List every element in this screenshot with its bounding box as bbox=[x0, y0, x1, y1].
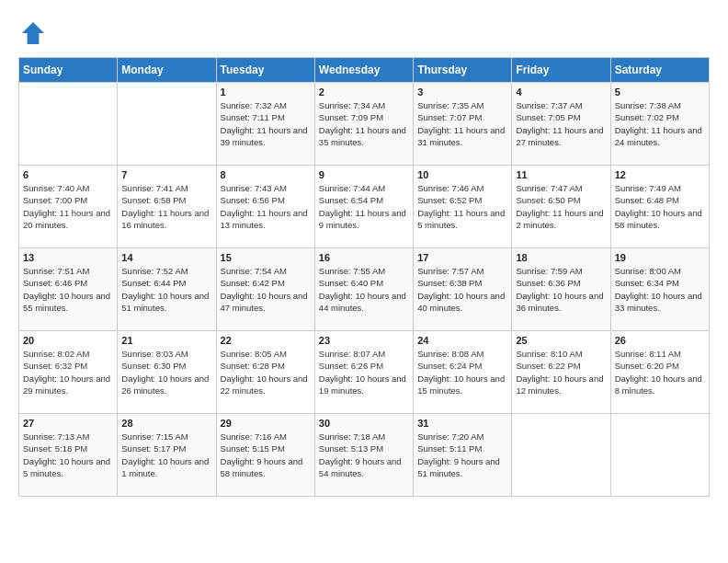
day-number: 6 bbox=[23, 169, 113, 180]
day-number: 25 bbox=[516, 335, 606, 346]
calendar-cell: 11Sunrise: 7:47 AMSunset: 6:50 PMDayligh… bbox=[512, 166, 610, 248]
day-number: 19 bbox=[615, 252, 705, 263]
calendar-cell: 18Sunrise: 7:59 AMSunset: 6:36 PMDayligh… bbox=[512, 248, 610, 331]
day-number: 26 bbox=[615, 335, 705, 346]
logo bbox=[18, 18, 51, 48]
week-row-1: 6Sunrise: 7:40 AMSunset: 7:00 PMDaylight… bbox=[19, 166, 710, 248]
day-info: Sunrise: 8:00 AMSunset: 6:34 PMDaylight:… bbox=[615, 265, 705, 314]
day-info: Sunrise: 7:32 AMSunset: 7:11 PMDaylight:… bbox=[221, 99, 311, 148]
header-cell-monday: Monday bbox=[118, 58, 216, 83]
calendar-cell: 9Sunrise: 7:44 AMSunset: 6:54 PMDaylight… bbox=[314, 166, 413, 248]
day-number: 24 bbox=[417, 335, 507, 346]
day-info: Sunrise: 8:11 AMSunset: 6:20 PMDaylight:… bbox=[615, 348, 705, 396]
day-number: 29 bbox=[221, 418, 311, 429]
day-number: 8 bbox=[221, 169, 311, 180]
calendar-cell: 31Sunrise: 7:20 AMSunset: 5:11 PMDayligh… bbox=[414, 414, 512, 497]
calendar-table: SundayMondayTuesdayWednesdayThursdayFrid… bbox=[18, 57, 710, 497]
calendar-cell: 26Sunrise: 8:11 AMSunset: 6:20 PMDayligh… bbox=[610, 331, 709, 414]
calendar-cell: 19Sunrise: 8:00 AMSunset: 6:34 PMDayligh… bbox=[610, 248, 709, 331]
week-row-4: 27Sunrise: 7:13 AMSunset: 5:18 PMDayligh… bbox=[19, 414, 710, 497]
day-number: 31 bbox=[417, 418, 507, 429]
week-row-2: 13Sunrise: 7:51 AMSunset: 6:46 PMDayligh… bbox=[19, 248, 710, 331]
calendar-cell: 22Sunrise: 8:05 AMSunset: 6:28 PMDayligh… bbox=[216, 331, 314, 414]
calendar-cell: 4Sunrise: 7:37 AMSunset: 7:05 PMDaylight… bbox=[512, 83, 610, 166]
day-number: 13 bbox=[23, 252, 113, 263]
day-number: 28 bbox=[121, 418, 211, 429]
calendar-cell: 12Sunrise: 7:49 AMSunset: 6:48 PMDayligh… bbox=[610, 166, 709, 248]
calendar-cell: 29Sunrise: 7:16 AMSunset: 5:15 PMDayligh… bbox=[216, 414, 314, 497]
day-info: Sunrise: 8:07 AMSunset: 6:26 PMDaylight:… bbox=[319, 348, 409, 396]
calendar-cell: 20Sunrise: 8:02 AMSunset: 6:32 PMDayligh… bbox=[19, 331, 118, 414]
day-number: 10 bbox=[417, 169, 507, 180]
calendar-cell: 6Sunrise: 7:40 AMSunset: 7:00 PMDaylight… bbox=[19, 166, 118, 248]
day-number: 14 bbox=[121, 252, 211, 263]
day-number: 17 bbox=[417, 252, 507, 263]
day-info: Sunrise: 8:05 AMSunset: 6:28 PMDaylight:… bbox=[221, 348, 311, 396]
calendar-cell: 10Sunrise: 7:46 AMSunset: 6:52 PMDayligh… bbox=[414, 166, 512, 248]
header-cell-wednesday: Wednesday bbox=[314, 58, 413, 83]
day-info: Sunrise: 7:54 AMSunset: 6:42 PMDaylight:… bbox=[221, 265, 311, 314]
day-number: 30 bbox=[319, 418, 409, 429]
day-number: 2 bbox=[319, 86, 409, 98]
calendar-body: 1Sunrise: 7:32 AMSunset: 7:11 PMDaylight… bbox=[19, 83, 710, 497]
day-info: Sunrise: 7:44 AMSunset: 6:54 PMDaylight:… bbox=[319, 182, 409, 231]
calendar-cell bbox=[19, 83, 118, 166]
day-number: 22 bbox=[221, 335, 311, 346]
day-number: 27 bbox=[23, 418, 113, 429]
day-number: 4 bbox=[516, 86, 606, 98]
calendar-cell: 17Sunrise: 7:57 AMSunset: 6:38 PMDayligh… bbox=[414, 248, 512, 331]
calendar-cell: 15Sunrise: 7:54 AMSunset: 6:42 PMDayligh… bbox=[216, 248, 314, 331]
header-cell-saturday: Saturday bbox=[610, 58, 709, 83]
calendar-cell: 2Sunrise: 7:34 AMSunset: 7:09 PMDaylight… bbox=[314, 83, 413, 166]
day-info: Sunrise: 8:10 AMSunset: 6:22 PMDaylight:… bbox=[516, 348, 606, 396]
day-info: Sunrise: 8:08 AMSunset: 6:24 PMDaylight:… bbox=[417, 348, 507, 396]
calendar-cell: 8Sunrise: 7:43 AMSunset: 6:56 PMDaylight… bbox=[216, 166, 314, 248]
day-info: Sunrise: 7:37 AMSunset: 7:05 PMDaylight:… bbox=[516, 99, 606, 148]
week-row-0: 1Sunrise: 7:32 AMSunset: 7:11 PMDaylight… bbox=[19, 83, 710, 166]
calendar-cell bbox=[512, 414, 610, 497]
calendar-cell: 23Sunrise: 8:07 AMSunset: 6:26 PMDayligh… bbox=[314, 331, 413, 414]
header-cell-tuesday: Tuesday bbox=[216, 58, 314, 83]
calendar-cell: 25Sunrise: 8:10 AMSunset: 6:22 PMDayligh… bbox=[512, 331, 610, 414]
day-info: Sunrise: 7:15 AMSunset: 5:17 PMDaylight:… bbox=[121, 431, 211, 479]
day-info: Sunrise: 7:20 AMSunset: 5:11 PMDaylight:… bbox=[417, 431, 507, 479]
day-info: Sunrise: 7:51 AMSunset: 6:46 PMDaylight:… bbox=[23, 265, 113, 314]
day-info: Sunrise: 7:40 AMSunset: 7:00 PMDaylight:… bbox=[23, 182, 113, 231]
day-number: 12 bbox=[615, 169, 705, 180]
header-cell-sunday: Sunday bbox=[19, 58, 118, 83]
calendar-cell: 1Sunrise: 7:32 AMSunset: 7:11 PMDaylight… bbox=[216, 83, 314, 166]
day-info: Sunrise: 8:03 AMSunset: 6:30 PMDaylight:… bbox=[121, 348, 211, 396]
header-cell-thursday: Thursday bbox=[414, 58, 512, 83]
day-number: 23 bbox=[319, 335, 409, 346]
calendar-cell: 7Sunrise: 7:41 AMSunset: 6:58 PMDaylight… bbox=[118, 166, 216, 248]
day-number: 18 bbox=[516, 252, 606, 263]
day-number: 1 bbox=[221, 86, 311, 98]
day-info: Sunrise: 7:35 AMSunset: 7:07 PMDaylight:… bbox=[417, 99, 507, 148]
day-number: 5 bbox=[615, 86, 705, 98]
calendar-cell: 28Sunrise: 7:15 AMSunset: 5:17 PMDayligh… bbox=[118, 414, 216, 497]
calendar-cell: 27Sunrise: 7:13 AMSunset: 5:18 PMDayligh… bbox=[19, 414, 118, 497]
calendar-header: SundayMondayTuesdayWednesdayThursdayFrid… bbox=[19, 58, 710, 83]
calendar-cell: 14Sunrise: 7:52 AMSunset: 6:44 PMDayligh… bbox=[118, 248, 216, 331]
day-info: Sunrise: 7:46 AMSunset: 6:52 PMDaylight:… bbox=[417, 182, 507, 231]
day-number: 3 bbox=[417, 86, 507, 98]
calendar-cell: 21Sunrise: 8:03 AMSunset: 6:30 PMDayligh… bbox=[118, 331, 216, 414]
day-info: Sunrise: 7:43 AMSunset: 6:56 PMDaylight:… bbox=[221, 182, 311, 231]
day-info: Sunrise: 7:13 AMSunset: 5:18 PMDaylight:… bbox=[23, 431, 113, 479]
day-info: Sunrise: 7:59 AMSunset: 6:36 PMDaylight:… bbox=[516, 265, 606, 314]
calendar-cell: 24Sunrise: 8:08 AMSunset: 6:24 PMDayligh… bbox=[414, 331, 512, 414]
calendar-cell bbox=[610, 414, 709, 497]
day-info: Sunrise: 7:55 AMSunset: 6:40 PMDaylight:… bbox=[319, 265, 409, 314]
header-row: SundayMondayTuesdayWednesdayThursdayFrid… bbox=[19, 58, 710, 83]
header-cell-friday: Friday bbox=[512, 58, 610, 83]
day-info: Sunrise: 7:41 AMSunset: 6:58 PMDaylight:… bbox=[121, 182, 211, 231]
day-info: Sunrise: 7:49 AMSunset: 6:48 PMDaylight:… bbox=[615, 182, 705, 231]
calendar-cell: 13Sunrise: 7:51 AMSunset: 6:46 PMDayligh… bbox=[19, 248, 118, 331]
day-number: 16 bbox=[319, 252, 409, 263]
day-number: 20 bbox=[23, 335, 113, 346]
day-info: Sunrise: 7:57 AMSunset: 6:38 PMDaylight:… bbox=[417, 265, 507, 314]
day-info: Sunrise: 7:34 AMSunset: 7:09 PMDaylight:… bbox=[319, 99, 409, 148]
calendar-cell bbox=[118, 83, 216, 166]
calendar-cell: 30Sunrise: 7:18 AMSunset: 5:13 PMDayligh… bbox=[314, 414, 413, 497]
calendar-cell: 3Sunrise: 7:35 AMSunset: 7:07 PMDaylight… bbox=[414, 83, 512, 166]
